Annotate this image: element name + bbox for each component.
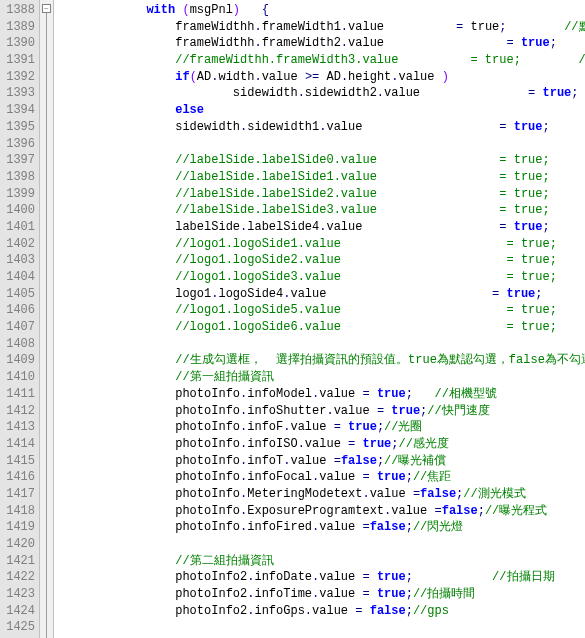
code-token: value [348, 20, 456, 34]
line-number: 1407 [2, 319, 35, 336]
code-token: . [377, 86, 384, 100]
code-line[interactable]: photoInfo.infoISO.value = true;//感光度 [60, 436, 585, 453]
code-token [240, 3, 262, 17]
line-number: 1393 [2, 85, 35, 102]
line-number: 1424 [2, 603, 35, 620]
code-line[interactable] [60, 336, 585, 353]
code-token: = [362, 587, 369, 601]
line-number: 1417 [2, 486, 35, 503]
keyword: with [146, 3, 182, 17]
line-number: 1403 [2, 252, 35, 269]
code-line[interactable]: photoInfo.infoF.value = true;//光圈 [60, 419, 585, 436]
code-token: photoInfo [175, 470, 240, 484]
code-line[interactable]: photoInfo2.infoTime.value = true;//拍攝時間 [60, 586, 585, 603]
code-token [514, 36, 521, 50]
code-token: = [362, 387, 369, 401]
code-token: MeteringModetext [247, 487, 362, 501]
comment-text: //拍攝時間 [413, 587, 475, 601]
code-token: labelSide [175, 220, 240, 234]
code-token: . [298, 437, 305, 451]
boolean-literal: false [341, 454, 377, 468]
code-token: ; [406, 520, 413, 534]
code-line[interactable]: frameWidthh.frameWidth2.value = true; //… [60, 35, 585, 52]
line-number: 1411 [2, 386, 35, 403]
code-token: infoISO [247, 437, 297, 451]
code-token: value [370, 487, 413, 501]
line-number: 1405 [2, 286, 35, 303]
code-token: value [326, 120, 499, 134]
code-token: frameWidth2 [262, 36, 341, 50]
boolean-literal: true [514, 120, 543, 134]
code-token: . [254, 36, 261, 50]
code-line[interactable]: //labelSide.labelSide1.value = true; //標… [60, 169, 585, 186]
code-token: photoInfo2 [175, 570, 247, 584]
code-token: = [362, 470, 369, 484]
code-line[interactable]: photoInfo.infoShutter.value = true;//快門速… [60, 403, 585, 420]
code-line[interactable]: photoInfo.infoFocal.value = true;//焦距 [60, 469, 585, 486]
comment-text: //logo1.logoSide6.value = true; //Logo位置… [175, 320, 585, 334]
comment-text: //拍攝日期 [492, 570, 554, 584]
code-line[interactable] [60, 536, 585, 553]
line-number: 1398 [2, 169, 35, 186]
code-line[interactable]: //logo1.logoSide1.value = true; //Logo位置… [60, 236, 585, 253]
code-line[interactable]: //labelSide.labelSide3.value = true; //標… [60, 202, 585, 219]
code-line[interactable]: else [60, 102, 585, 119]
code-line[interactable]: photoInfo.infoFired.value =false;//閃光燈 [60, 519, 585, 536]
code-token: infoF [247, 420, 283, 434]
line-number: 1401 [2, 219, 35, 236]
code-line[interactable]: //第二組拍攝資訊 [60, 553, 585, 570]
code-token: AD [197, 70, 211, 84]
code-token: value [319, 520, 362, 534]
comment-text: //曝光補償 [384, 454, 446, 468]
comment-text: //光圈 [384, 420, 422, 434]
code-line[interactable]: //生成勾選框， 選擇拍攝資訊的預設值。true為默認勾選，false為不勾選 [60, 352, 585, 369]
code-line[interactable]: frameWidthh.frameWidth1.value = true; //… [60, 19, 585, 36]
code-line[interactable]: //logo1.logoSide6.value = true; //Logo位置… [60, 319, 585, 336]
code-token [550, 220, 585, 234]
boolean-literal: false [370, 520, 406, 534]
code-line[interactable]: logo1.logoSide4.value = true; //Logo位置預設… [60, 286, 585, 303]
code-token: value [312, 604, 355, 618]
line-number: 1399 [2, 186, 35, 203]
code-line[interactable]: //frameWidthh.frameWidth3.value = true; … [60, 52, 585, 69]
code-token: infoShutter [247, 404, 326, 418]
code-line[interactable]: photoInfo.infoModel.value = true; //相機型號 [60, 386, 585, 403]
code-line[interactable]: photoInfo.infoT.value =false;//曝光補償 [60, 453, 585, 470]
boolean-literal: true [521, 36, 550, 50]
code-token: true [463, 20, 499, 34]
code-line[interactable]: photoInfo2.infoDate.value = true; //拍攝日期 [60, 569, 585, 586]
code-line[interactable]: sidewidth.sidewidth1.value = true; //默認有… [60, 119, 585, 136]
line-number: 1388 [2, 2, 35, 19]
line-number: 1394 [2, 102, 35, 119]
line-number: 1404 [2, 269, 35, 286]
code-line[interactable]: //labelSide.labelSide0.value = true; //標… [60, 152, 585, 169]
code-token [370, 570, 377, 584]
code-line[interactable]: if(AD.width.value >= AD.height.value ) /… [60, 69, 585, 86]
code-line[interactable]: photoInfo.MeteringModetext.value =false;… [60, 486, 585, 503]
code-token: msgPnl [190, 3, 233, 17]
code-token: value [305, 437, 348, 451]
code-line[interactable]: //logo1.logoSide3.value = true; //Logo位置… [60, 269, 585, 286]
code-token: infoFired [247, 520, 312, 534]
code-line[interactable]: //labelSide.labelSide2.value = true; //標… [60, 186, 585, 203]
code-line[interactable]: with (msgPnl) { [60, 2, 585, 19]
code-line[interactable]: //第一組拍攝資訊 [60, 369, 585, 386]
boolean-literal: true [362, 437, 391, 451]
code-token: ; [406, 470, 413, 484]
code-token [506, 120, 513, 134]
code-line[interactable]: //logo1.logoSide2.value = true; //Logo位置… [60, 252, 585, 269]
code-token: ; [377, 420, 384, 434]
code-line[interactable]: photoInfo.ExposureProgramtext.value =fal… [60, 503, 585, 520]
code-line[interactable]: labelSide.labelSide4.value = true; //標簽位… [60, 219, 585, 236]
comment-text: //labelSide.labelSide2.value = true; //標… [175, 187, 585, 201]
code-line[interactable]: sidewidth.sidewidth2.value = true; //默認無… [60, 85, 585, 102]
code-line[interactable]: //logo1.logoSide5.value = true; //Logo位置… [60, 302, 585, 319]
code-line[interactable]: photoInfo2.infoGps.value = false;//gps [60, 603, 585, 620]
keyword: if [175, 70, 189, 84]
code-line[interactable] [60, 136, 585, 153]
fold-toggle-icon[interactable]: − [42, 4, 51, 13]
code-line[interactable] [60, 619, 585, 636]
code-token: . [341, 36, 348, 50]
code-token: photoInfo [175, 520, 240, 534]
code-area[interactable]: with (msgPnl) { frameWidthh.frameWidth1.… [54, 0, 585, 638]
